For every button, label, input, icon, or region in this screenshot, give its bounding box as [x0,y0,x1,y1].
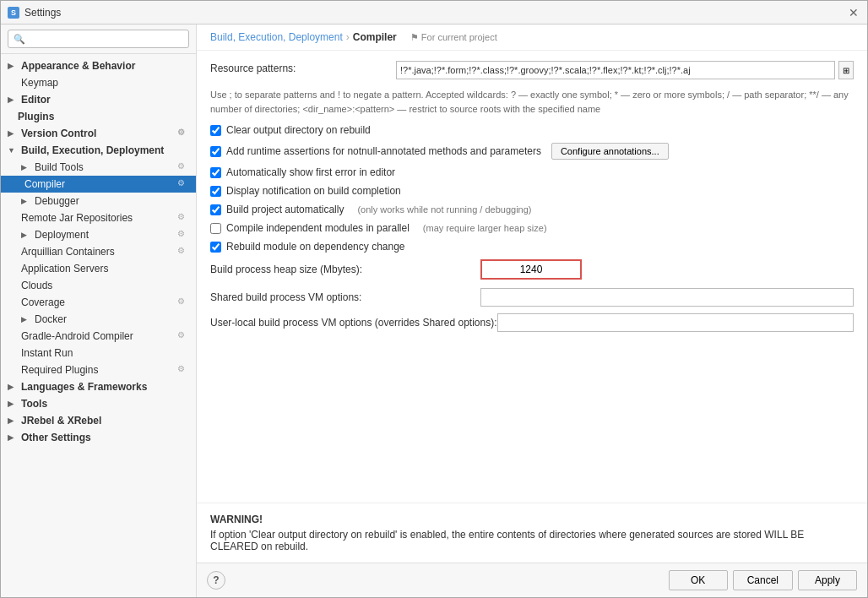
clear-output-checkbox[interactable] [210,125,221,136]
user-vm-options-row: User-local build process VM options (ove… [210,313,854,332]
arrow-icon: ▶ [8,400,18,408]
arrow-icon: ▶ [8,62,18,70]
resource-patterns-field: ⊞ [396,61,854,79]
compile-parallel-checkbox[interactable] [210,223,221,234]
sidebar-item-instant-run[interactable]: Instant Run [1,345,196,362]
arrow-icon: ▶ [8,129,18,138]
checkbox-rebuild-module: Rebuild module on dependency change [210,241,854,253]
resource-patterns-row: Resource patterns: ⊞ [210,61,854,79]
sidebar-item-clouds[interactable]: Clouds [1,277,196,294]
settings-gear-icon: ⚙ [177,178,189,190]
sidebar-tree: ▶ Appearance & Behavior Keymap ▶ Editor … [1,54,196,597]
sidebar-item-docker[interactable]: ▶ Docker [1,311,196,328]
sidebar-item-coverage[interactable]: Coverage ⚙ [1,294,196,311]
runtime-assertions-checkbox[interactable] [210,146,221,157]
show-first-error-checkbox[interactable] [210,167,221,178]
sidebar-item-gradle-android[interactable]: Gradle-Android Compiler ⚙ [1,328,196,345]
sidebar-item-arquillian[interactable]: Arquillian Containers ⚙ [1,243,196,260]
arrow-icon: ▼ [8,146,18,155]
arrow-icon: ▶ [8,95,18,104]
arrow-icon: ▶ [21,231,31,239]
settings-gear-icon: ⚙ [177,364,189,376]
sidebar-item-compiler[interactable]: Compiler ⚙ [1,176,196,193]
project-icon: ⚑ [410,32,419,42]
shared-vm-label: Shared build process VM options: [210,291,480,303]
ok-button[interactable]: OK [669,570,728,590]
close-button[interactable]: ✕ [847,6,860,19]
arrow-icon: ▶ [21,197,31,205]
resource-patterns-label: Resource patterns: [210,61,396,74]
warning-text: If option 'Clear output directory on reb… [210,529,854,552]
title-bar: S Settings ✕ [1,1,867,24]
settings-gear-icon: ⚙ [177,296,189,308]
settings-gear-icon: ⚙ [177,212,189,224]
sidebar-item-keymap[interactable]: Keymap [1,74,196,91]
main-panel: Build, Execution, Deployment › Compiler … [197,24,867,597]
shared-vm-options-row: Shared build process VM options: [210,288,854,307]
sidebar-item-remote-jar[interactable]: Remote Jar Repositories ⚙ [1,209,196,226]
sidebar-item-other-settings[interactable]: ▶ Other Settings [1,429,196,446]
sidebar-item-appearance[interactable]: ▶ Appearance & Behavior [1,57,196,74]
build-auto-checkbox[interactable] [210,204,221,215]
sidebar-item-app-servers[interactable]: Application Servers [1,260,196,277]
user-vm-input[interactable] [497,313,854,332]
settings-gear-icon: ⚙ [177,128,189,139]
sidebar-item-build-tools[interactable]: ▶ Build Tools ⚙ [1,159,196,176]
bottom-bar: ? OK Cancel Apply [197,563,867,597]
sidebar: ▶ Appearance & Behavior Keymap ▶ Editor … [1,24,197,597]
apply-button[interactable]: Apply [798,570,857,590]
settings-window: S Settings ✕ ▶ Appearance & Behavior Key… [0,0,868,598]
arrow-icon: ▶ [21,163,31,171]
configure-annotations-button[interactable]: Configure annotations... [551,143,669,160]
user-vm-label: User-local build process VM options (ove… [210,317,497,329]
sidebar-item-deployment[interactable]: ▶ Deployment ⚙ [1,226,196,243]
heap-size-row: Build process heap size (Mbytes): [210,259,854,280]
search-input[interactable] [8,30,189,48]
sidebar-item-editor[interactable]: ▶ Editor [1,91,196,108]
arrow-icon: ▶ [21,315,31,323]
sidebar-item-tools[interactable]: ▶ Tools [1,395,196,412]
checkbox-clear-output: Clear output directory on rebuild [210,124,854,136]
sidebar-item-debugger[interactable]: ▶ Debugger [1,193,196,209]
sidebar-item-plugins[interactable]: Plugins [1,108,196,125]
hint-text: Use ; to separate patterns and ! to nega… [210,88,854,116]
settings-gear-icon: ⚙ [177,161,189,173]
heap-size-label: Build process heap size (Mbytes): [210,264,480,275]
resource-patterns-input[interactable] [396,61,835,79]
rebuild-module-checkbox[interactable] [210,242,221,253]
settings-gear-icon: ⚙ [177,246,189,258]
checkbox-build-auto: Build project automatically (only works … [210,204,854,215]
heap-size-input[interactable] [480,259,582,280]
checkbox-show-first-error: Automatically show first error in editor [210,166,854,178]
checkbox-display-notification: Display notification on build completion [210,185,854,197]
settings-gear-icon: ⚙ [177,330,189,342]
arrow-icon: ▶ [8,433,18,442]
settings-content: Resource patterns: ⊞ Use ; to separate p… [197,51,867,503]
app-icon: S [8,7,19,19]
help-button[interactable]: ? [207,571,225,590]
warning-title: WARNING! [210,514,854,525]
search-box [1,24,196,54]
sidebar-item-required-plugins[interactable]: Required Plugins ⚙ [1,362,196,378]
window-title: Settings [24,7,61,19]
warning-box: WARNING! If option 'Clear output directo… [197,503,867,563]
breadcrumb: Build, Execution, Deployment › Compiler … [197,24,867,51]
checkbox-runtime-assertions: Add runtime assertions for notnull-annot… [210,143,854,160]
expand-button[interactable]: ⊞ [838,61,854,79]
arrow-icon: ▶ [8,383,18,391]
sidebar-item-jrebel[interactable]: ▶ JRebel & XRebel [1,412,196,429]
arrow-icon: ▶ [8,416,18,425]
sidebar-item-version-control[interactable]: ▶ Version Control ⚙ [1,125,196,142]
settings-gear-icon: ⚙ [177,229,189,241]
sidebar-item-build-exec[interactable]: ▼ Build, Execution, Deployment [1,142,196,159]
checkbox-compile-parallel: Compile independent modules in parallel … [210,222,854,234]
cancel-button[interactable]: Cancel [733,570,793,590]
display-notification-checkbox[interactable] [210,186,221,197]
sidebar-item-languages[interactable]: ▶ Languages & Frameworks [1,378,196,395]
shared-vm-input[interactable] [480,288,854,307]
